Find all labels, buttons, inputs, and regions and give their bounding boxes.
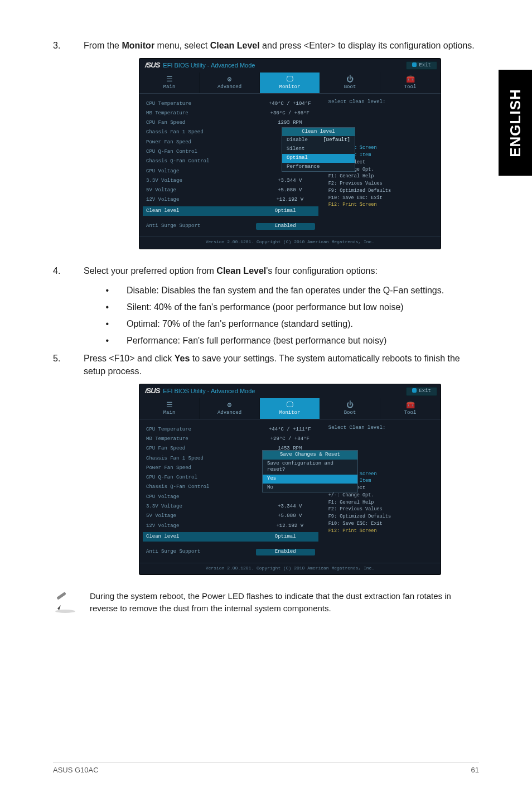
cpu-temp-label: CPU Temperature	[146, 427, 191, 433]
list-icon: ☰	[139, 76, 199, 83]
svg-marker-2	[57, 605, 61, 610]
svg-rect-1	[56, 592, 66, 600]
anti-surge-value: Enabled	[256, 223, 315, 230]
note-text: During the system reboot, the Power LED …	[90, 590, 479, 615]
step-3-text: From the Monitor menu, select Clean Leve…	[84, 39, 479, 52]
popup-prompt: Save configuration and reset?	[263, 460, 357, 475]
power-fan-label: Power Fan Speed	[146, 139, 191, 146]
bios-tabs: ☰Main ⚙Advanced 🖵Monitor ⏻Boot 🧰Tool	[139, 73, 441, 93]
cpu-temp-label: CPU Temperature	[146, 101, 191, 108]
chassis-fan-label: Chassis Fan 1 Speed	[146, 129, 204, 136]
page-footer: ASUS G10AC 61	[53, 762, 479, 774]
step-5-number: 5.	[53, 352, 84, 378]
svg-point-0	[55, 610, 75, 613]
cpu-fan-label: CPU Fan Speed	[146, 120, 185, 127]
bios-exit-button[interactable]: Exit	[406, 61, 437, 70]
bios-tab-monitor[interactable]: 🖵Monitor	[260, 73, 320, 93]
clean-level-row[interactable]: Clean levelOptimal	[143, 532, 318, 542]
note: During the system reboot, the Power LED …	[53, 590, 479, 617]
popup-item-disable[interactable]: Disable[Default]	[282, 136, 355, 145]
v12-label: 12V Voltage	[146, 523, 179, 530]
bios-tab-advanced[interactable]: ⚙Advanced	[200, 398, 260, 419]
popup-title: Save Changes & Reset	[263, 451, 357, 460]
v5-value: +5.080 V	[265, 513, 315, 520]
bios-tab-boot[interactable]: ⏻Boot	[320, 398, 380, 419]
bios-tab-main[interactable]: ☰Main	[139, 73, 200, 93]
bios-screenshot-1: /SUS EFI BIOS Utility - Advanced Mode Ex…	[139, 59, 441, 249]
v12-value: +12.192 V	[265, 197, 315, 204]
bios-exit-button[interactable]: Exit	[406, 387, 437, 396]
v5-value: +5.080 V	[265, 187, 315, 194]
clean-level-label: Clean level	[146, 208, 179, 215]
popup-item-performance[interactable]: Performance	[282, 163, 355, 172]
bios-tab-advanced[interactable]: ⚙Advanced	[200, 73, 260, 93]
step-4: 4. Select your preferred option from Cle…	[53, 264, 479, 277]
tool-icon: 🧰	[380, 76, 440, 83]
language-tab: ENGLISH	[499, 70, 532, 176]
list-icon: ☰	[139, 402, 199, 409]
clean-level-row[interactable]: Clean levelOptimal	[143, 206, 318, 216]
clean-level-popup: Clean level Disable[Default] Silent Opti…	[282, 127, 355, 172]
power-icon: ⏻	[320, 402, 380, 409]
popup-yes-button[interactable]: Yes	[263, 475, 357, 484]
bios-subtitle: EFI BIOS Utility - Advanced Mode	[163, 387, 255, 395]
step-3: 3. From the Monitor menu, select Clean L…	[53, 39, 479, 52]
chassis-qfan-label: Chassis Q-Fan Control	[146, 158, 209, 165]
step-3-number: 3.	[53, 39, 84, 52]
cpu-qfan-label: CPU Q-Fan Control	[146, 149, 197, 156]
footer-model: ASUS G10AC	[53, 766, 99, 774]
bios-tab-tool[interactable]: 🧰Tool	[380, 73, 441, 93]
bios-tab-monitor[interactable]: 🖵Monitor	[260, 398, 320, 419]
bullet-disable: Disable: Disables the fan system and the…	[53, 284, 479, 297]
pencil-icon	[53, 590, 78, 617]
cpu-fan-value: 1293 RPM	[265, 120, 315, 127]
cpu-voltage-label: CPU Voltage	[146, 168, 179, 175]
language-tab-label: ENGLISH	[507, 89, 524, 157]
chassis-fan-label: Chassis Fan 1 Speed	[146, 456, 204, 462]
v12-value: +12.192 V	[265, 523, 315, 530]
clean-level-label: Clean level	[146, 534, 179, 540]
save-reset-popup: Save Changes & Reset Save configuration …	[262, 450, 358, 492]
gear-icon: ⚙	[200, 76, 259, 83]
bios-screenshot-2: /SUS EFI BIOS Utility - Advanced Mode Ex…	[139, 384, 441, 574]
bullet-optimal: Optimal: 70% of the fan's performance (s…	[53, 317, 479, 331]
bios-footer: Version 2.00.1201. Copyright (C) 2010 Am…	[139, 236, 441, 248]
monitor-icon: 🖵	[260, 402, 320, 409]
anti-surge-label: Anti Surge Support	[146, 223, 200, 230]
bios-footer: Version 2.00.1201. Copyright (C) 2010 Am…	[139, 563, 441, 574]
popup-item-silent[interactable]: Silent	[282, 145, 355, 154]
bios-tab-boot[interactable]: ⏻Boot	[320, 73, 380, 93]
cpu-voltage-label: CPU Voltage	[146, 494, 179, 501]
chassis-qfan-label: Chassis Q-Fan Control	[146, 484, 209, 491]
v5-label: 5V Voltage	[146, 513, 176, 520]
popup-no-button[interactable]: No	[263, 484, 357, 492]
bullet-silent: Silent: 40% of the fan's performance (po…	[53, 301, 479, 314]
tool-icon: 🧰	[380, 402, 440, 409]
popup-item-optimal[interactable]: Optimal	[282, 154, 355, 163]
bullet-performance: Performance: Fan's full performance (bes…	[53, 334, 479, 347]
power-icon: ⏻	[320, 76, 380, 83]
v12-label: 12V Voltage	[146, 197, 179, 204]
clean-level-value: Optimal	[256, 534, 315, 540]
mb-temp-value: +29°C / +84°F	[265, 436, 315, 443]
cpu-fan-label: CPU Fan Speed	[146, 446, 185, 452]
bios-tab-main[interactable]: ☰Main	[139, 398, 200, 419]
anti-surge-label: Anti Surge Support	[146, 549, 200, 555]
footer-page-number: 61	[471, 766, 479, 774]
bios-logo: /SUS	[145, 61, 159, 70]
mb-temp-label: MB Temperature	[146, 436, 188, 443]
cpu-temp-value: +40°C / +104°F	[265, 101, 315, 108]
step-5: 5. Press <F10> and click Yes to save you…	[53, 352, 479, 378]
bios-tab-tool[interactable]: 🧰Tool	[380, 398, 441, 419]
bios-right-title: Select Clean level:	[328, 425, 434, 432]
anti-surge-value: Enabled	[256, 549, 315, 555]
clean-level-value: Optimal	[256, 208, 315, 215]
bios-logo: /SUS	[145, 386, 159, 396]
cpu-temp-value: +44°C / +111°F	[265, 427, 315, 433]
v33-label: 3.3V Voltage	[146, 178, 182, 185]
popup-title: Clean level	[282, 128, 355, 137]
v33-value: +3.344 V	[265, 178, 315, 185]
step-4-text: Select your preferred option from Clean …	[84, 264, 479, 277]
step-4-number: 4.	[53, 264, 84, 277]
step-5-text: Press <F10> and click Yes to save your s…	[84, 352, 479, 378]
